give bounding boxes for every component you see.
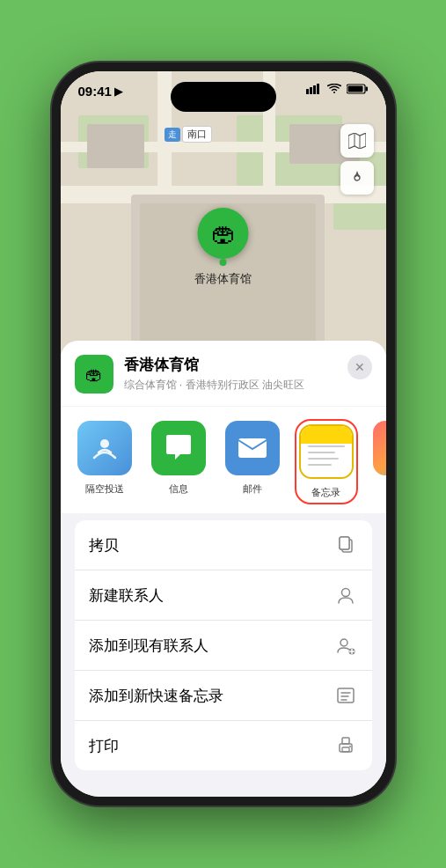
venue-pin: 🏟 香港体育馆 xyxy=(194,208,252,287)
action-item-quick-note[interactable]: 添加到新快速备忘录 xyxy=(75,671,372,721)
battery-icon xyxy=(347,84,369,94)
navigation-icon: ▶ xyxy=(114,85,122,98)
time-label: 09:41 xyxy=(78,84,112,99)
venue-info: 香港体育馆 综合体育馆 · 香港特别行政区 油尖旺区 xyxy=(124,355,372,393)
map-type-icon xyxy=(348,133,366,149)
share-item-mail[interactable]: 邮件 xyxy=(223,421,282,503)
quick-note-label: 添加到新快速备忘录 xyxy=(89,686,223,706)
svg-rect-0 xyxy=(306,89,309,94)
share-item-notes[interactable]: 备忘录 xyxy=(296,421,356,503)
mail-label: 邮件 xyxy=(243,482,262,496)
status-icons xyxy=(306,84,369,94)
action-item-copy[interactable]: 拷贝 xyxy=(75,520,372,570)
airdrop-label: 隔空投送 xyxy=(85,482,124,496)
status-time: 09:41 ▶ xyxy=(78,84,122,99)
venue-icon: 🏟 xyxy=(75,355,113,394)
add-existing-label: 添加到现有联系人 xyxy=(89,636,208,656)
pin-emoji: 🏟 xyxy=(211,219,236,248)
map-type-button[interactable] xyxy=(340,124,374,158)
svg-point-8 xyxy=(100,439,109,448)
svg-rect-5 xyxy=(365,87,368,92)
print-label: 打印 xyxy=(89,736,119,756)
messages-icon-wrap xyxy=(151,421,206,475)
messages-icon xyxy=(163,433,194,463)
venue-name: 香港体育馆 xyxy=(124,355,372,375)
mail-icon xyxy=(237,435,268,461)
entrance-badge: 走 xyxy=(165,128,180,142)
bottom-sheet: 🏟 香港体育馆 综合体育馆 · 香港特别行政区 油尖旺区 ✕ xyxy=(61,341,386,797)
pin-circle: 🏟 xyxy=(198,208,249,259)
share-item-airdrop[interactable]: 隔空投送 xyxy=(75,421,135,503)
pin-label: 香港体育馆 xyxy=(194,271,252,287)
venue-header: 🏟 香港体育馆 综合体育馆 · 香港特别行政区 油尖旺区 ✕ xyxy=(61,341,386,406)
quick-note-icon xyxy=(333,683,358,708)
wifi-icon xyxy=(327,84,341,94)
svg-rect-6 xyxy=(347,86,362,92)
map-entrance-label: 走 南口 xyxy=(165,126,212,143)
copy-icon xyxy=(333,533,358,557)
svg-rect-12 xyxy=(340,537,349,549)
svg-point-13 xyxy=(341,589,349,597)
location-button[interactable] xyxy=(340,161,374,195)
svg-rect-2 xyxy=(313,85,316,94)
copy-label: 拷贝 xyxy=(89,535,119,555)
share-item-messages[interactable]: 信息 xyxy=(149,421,208,503)
close-button[interactable]: ✕ xyxy=(347,355,372,379)
svg-rect-1 xyxy=(310,87,312,94)
location-icon xyxy=(349,170,365,186)
svg-point-25 xyxy=(349,746,351,747)
svg-rect-3 xyxy=(317,84,319,94)
messages-label: 信息 xyxy=(169,482,188,496)
action-item-new-contact[interactable]: 新建联系人 xyxy=(75,570,372,621)
action-item-print[interactable]: 打印 xyxy=(75,721,372,770)
action-item-add-existing[interactable]: 添加到现有联系人 xyxy=(75,621,372,671)
notes-icon-wrap xyxy=(299,424,354,479)
new-contact-icon xyxy=(333,583,358,607)
more-icon-wrap xyxy=(373,421,386,475)
dynamic-island xyxy=(171,82,276,112)
share-item-more[interactable]: 提 xyxy=(370,421,386,503)
signal-icon xyxy=(306,84,322,94)
airdrop-icon xyxy=(90,433,120,463)
print-icon xyxy=(333,733,358,758)
svg-point-14 xyxy=(340,639,347,646)
close-label: ✕ xyxy=(355,360,365,374)
notes-label: 备忘录 xyxy=(311,486,340,499)
mail-icon-wrap xyxy=(225,421,280,475)
action-list: 拷贝 新建联系人 xyxy=(75,520,372,770)
airdrop-icon-wrap xyxy=(77,421,132,475)
add-existing-icon xyxy=(333,633,358,658)
svg-rect-23 xyxy=(342,738,349,744)
phone-shell: 09:41 ▶ xyxy=(52,63,395,805)
venue-description: 综合体育馆 · 香港特别行政区 油尖旺区 xyxy=(124,378,372,393)
map-controls xyxy=(340,124,374,198)
share-row: 隔空投送 信息 xyxy=(61,407,386,513)
new-contact-label: 新建联系人 xyxy=(89,585,164,606)
phone-screen: 09:41 ▶ xyxy=(61,71,386,797)
entrance-text: 南口 xyxy=(182,126,212,143)
